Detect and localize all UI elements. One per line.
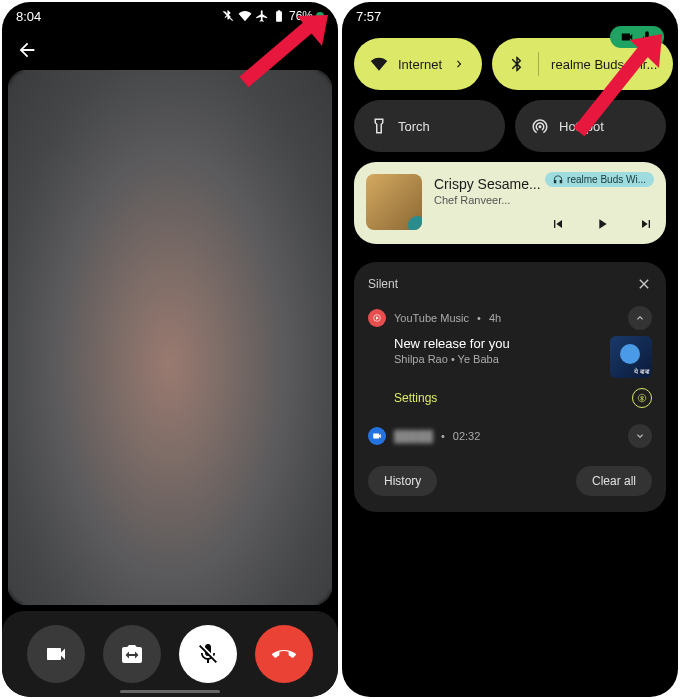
media-card[interactable]: realme Buds Wi... Crispy Sesame... Chef …	[354, 162, 666, 244]
hangup-icon	[272, 642, 296, 666]
annotation-arrow-left	[232, 12, 332, 92]
notif-track: Ye Baba	[458, 353, 499, 365]
settings-action[interactable]: Settings	[394, 391, 437, 405]
media-output-pill[interactable]: realme Buds Wi...	[545, 172, 654, 187]
divider	[538, 52, 539, 76]
section-label: Silent	[368, 277, 398, 291]
switch-camera-button[interactable]	[103, 625, 161, 683]
annotation-arrow-right	[567, 32, 667, 142]
next-icon[interactable]	[638, 216, 654, 232]
snooze-button[interactable]	[632, 388, 652, 408]
home-indicator[interactable]	[120, 690, 220, 693]
video-preview	[8, 70, 332, 605]
phone-left: 8:04 76%	[2, 2, 338, 697]
video-toggle-button[interactable]	[27, 625, 85, 683]
media-output-label: realme Buds Wi...	[567, 174, 646, 185]
history-button[interactable]: History	[368, 466, 437, 496]
switch-camera-icon	[120, 642, 144, 666]
clear-all-button[interactable]: Clear all	[576, 466, 652, 496]
tile-label: Internet	[398, 57, 442, 72]
prev-icon[interactable]	[550, 216, 566, 232]
play-icon[interactable]	[594, 216, 610, 232]
chevron-right-icon	[452, 57, 466, 71]
bluetooth-icon	[508, 55, 526, 73]
notif-time: 4h	[489, 312, 501, 324]
clock: 8:04	[16, 9, 41, 24]
app-name: YouTube Music	[394, 312, 469, 324]
qs-internet-tile[interactable]: Internet	[354, 38, 482, 90]
media-artwork	[366, 174, 422, 230]
notif-title: New release for you	[394, 336, 600, 351]
qs-torch-tile[interactable]: Torch	[354, 100, 505, 152]
notif-artist: Shilpa Rao	[394, 353, 448, 365]
phone-right: 7:57 Internet realme Buds Wir... Torch	[342, 2, 678, 697]
youtube-music-icon	[368, 309, 386, 327]
mute-button[interactable]	[179, 625, 237, 683]
notif-thumbnail: ये बाबा	[610, 336, 652, 378]
expand-button[interactable]	[628, 424, 652, 448]
app-icon	[368, 427, 386, 445]
back-icon[interactable]	[16, 39, 38, 61]
notification-youtube-music[interactable]: YouTube Music • 4h New release for you S…	[368, 306, 652, 408]
mic-off-icon	[196, 642, 220, 666]
snooze-icon	[637, 393, 647, 403]
clock: 7:57	[356, 9, 381, 24]
notification-panel: Silent YouTube Music • 4h New release fo…	[354, 262, 666, 512]
collapse-button[interactable]	[628, 306, 652, 330]
call-controls	[2, 611, 338, 697]
notification-collapsed[interactable]: █████ • 02:32	[368, 420, 652, 452]
media-artist: Chef Ranveer...	[434, 194, 654, 206]
close-icon[interactable]	[636, 276, 652, 292]
wifi-icon	[370, 55, 388, 73]
end-call-button[interactable]	[255, 625, 313, 683]
tile-label: Torch	[398, 119, 430, 134]
hotspot-icon	[531, 117, 549, 135]
notif-time: 02:32	[453, 430, 481, 442]
video-icon	[44, 642, 68, 666]
torch-icon	[370, 117, 388, 135]
redacted-text: █████	[394, 430, 433, 442]
headphones-icon	[553, 175, 563, 185]
